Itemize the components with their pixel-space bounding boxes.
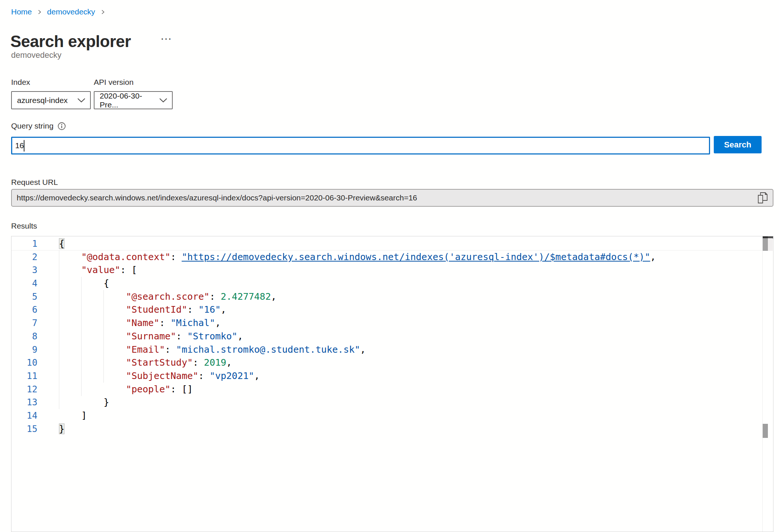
editor-line: 15}	[11, 422, 762, 436]
line-number: 8	[11, 330, 37, 343]
line-number: 1	[11, 237, 37, 251]
breadcrumb: Homedemovedecky	[11, 7, 106, 16]
more-menu-button[interactable]: …	[160, 29, 173, 43]
code-text: "@search.score": 2.4277482,	[59, 291, 276, 302]
editor-line: 12 "people": []	[11, 383, 762, 396]
editor-line: 4 {	[11, 277, 762, 290]
line-number: 5	[11, 290, 37, 304]
editor-line: 11 "SubjectName": "vp2021",	[11, 369, 762, 383]
line-number: 6	[11, 303, 37, 317]
code-text: ]	[59, 410, 87, 421]
page-subtitle: demovedecky	[11, 50, 62, 60]
code-text: }	[59, 423, 64, 434]
editor-line: 5 "@search.score": 2.4277482,	[11, 290, 762, 303]
code-text: "people": []	[59, 384, 193, 395]
text-cursor	[24, 140, 24, 152]
editor-line: 9 "Email": "michal.stromko@.student.tuke…	[11, 343, 762, 356]
api-version-dropdown-value: 2020-06-30-Pre...	[100, 92, 159, 109]
code-text: "StartStudy": 2019,	[59, 357, 232, 368]
search-button[interactable]: Search	[714, 136, 762, 153]
breadcrumb-link-home[interactable]: Home	[11, 7, 32, 16]
editor-line: 3 "value": [	[11, 263, 762, 277]
line-number: 12	[11, 383, 37, 396]
code-text: "StudentId": "16",	[59, 304, 226, 315]
scrollbar-track	[768, 238, 773, 251]
code-text: "SubjectName": "vp2021",	[59, 370, 260, 381]
query-string-input[interactable]	[11, 137, 710, 154]
code-text: "Name": "Michal",	[59, 317, 221, 328]
page-title: Search explorer	[10, 32, 131, 51]
code-text: {	[59, 278, 109, 289]
request-url-label: Request URL	[11, 178, 58, 187]
chevron-down-icon	[159, 96, 168, 105]
editor-line: 2 "@odata.context": "https://demovedecky…	[11, 250, 762, 264]
api-version-dropdown[interactable]: 2020-06-30-Pre...	[94, 91, 173, 109]
code-text: "Surname": "Stromko",	[59, 331, 243, 342]
chevron-right-icon	[37, 9, 42, 15]
editor-line: 13 }	[11, 396, 762, 409]
line-number: 3	[11, 264, 37, 277]
line-number: 7	[11, 317, 37, 330]
line-number: 14	[11, 409, 37, 423]
index-dropdown-value: azuresql-index	[17, 96, 68, 105]
vertical-scrollbar-thumb[interactable]	[763, 238, 768, 251]
results-label: Results	[11, 222, 37, 230]
index-label: Index	[11, 78, 30, 87]
api-version-label: API version	[94, 78, 133, 87]
copy-icon[interactable]	[753, 191, 768, 205]
editor-line: 1{	[11, 237, 762, 250]
editor-line: 7 "Name": "Michal",	[11, 316, 762, 330]
code-text: }	[59, 397, 109, 408]
chevron-right-icon	[100, 9, 106, 15]
info-icon[interactable]	[57, 122, 66, 130]
line-number: 2	[11, 251, 37, 264]
line-number: 4	[11, 277, 37, 290]
editor-line: 6 "StudentId": "16",	[11, 303, 762, 316]
overview-ruler-mark	[763, 424, 768, 438]
code-text: "@odata.context": "https://demovedecky.s…	[59, 252, 656, 262]
editor-line: 10 "StartStudy": 2019,	[11, 356, 762, 369]
code-text: "Email": "michal.stromko@.student.tuke.s…	[59, 344, 366, 355]
line-number: 13	[11, 396, 37, 409]
line-number: 11	[11, 370, 37, 383]
query-string-label: Query string	[11, 122, 53, 130]
editor-lines: 1{2 "@odata.context": "https://demovedec…	[11, 237, 762, 435]
request-url-value: https://demovedecky.search.windows.net/i…	[17, 193, 753, 202]
search-explorer-page: Homedemovedecky Search explorer … demove…	[0, 0, 779, 532]
results-editor[interactable]: 1{2 "@odata.context": "https://demovedec…	[11, 236, 773, 532]
line-number: 9	[11, 343, 37, 357]
request-url-field: https://demovedecky.search.windows.net/i…	[11, 189, 773, 207]
line-number: 10	[11, 356, 37, 370]
breadcrumb-link-demovedecky[interactable]: demovedecky	[47, 7, 95, 16]
scrollbar-track	[762, 236, 763, 532]
code-text: "value": [	[59, 265, 137, 275]
chevron-down-icon	[77, 96, 86, 105]
line-number: 15	[11, 423, 37, 436]
editor-line: 14 ]	[11, 409, 762, 422]
index-dropdown[interactable]: azuresql-index	[11, 91, 91, 109]
editor-line: 8 "Surname": "Stromko",	[11, 330, 762, 343]
code-text: {	[59, 238, 64, 249]
